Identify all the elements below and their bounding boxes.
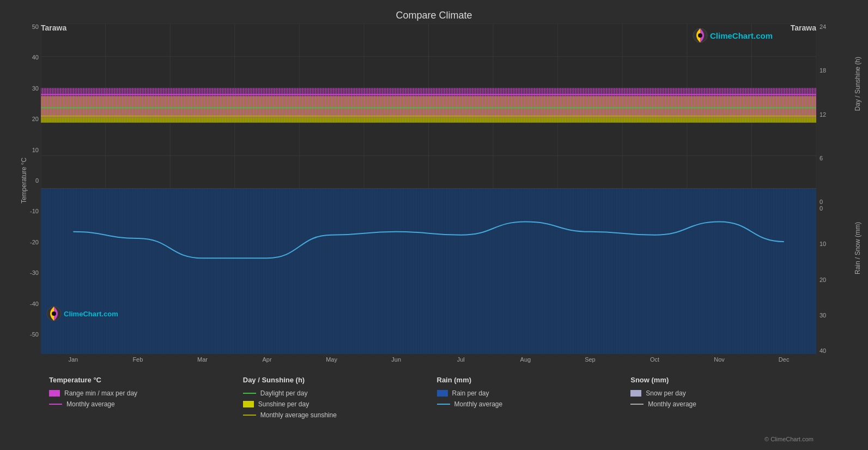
- legend-rain-avg-label: Monthly average: [454, 400, 503, 408]
- legend-snow-per-day: Snow per day: [630, 389, 824, 397]
- month-dec: Dec: [751, 354, 816, 370]
- legend-rain-label: Rain per day: [452, 389, 489, 397]
- y-right-12: 12: [820, 111, 857, 118]
- legend-sunshine-label: Sunshine per day: [258, 400, 309, 408]
- legend-temp-avg-label: Monthly average: [66, 400, 115, 408]
- legend-temperature: Temperature °C Range min / max per day M…: [49, 376, 243, 436]
- legend-snow-avg-label: Monthly average: [648, 400, 696, 408]
- sunshine-swatch: [243, 401, 254, 407]
- month-sep: Sep: [558, 354, 623, 370]
- legend-rain-per-day: Rain per day: [437, 389, 631, 397]
- legend-sunshine: Day / Sunshine (h) Daylight per day Suns…: [243, 376, 437, 436]
- legend-daylight-label: Daylight per day: [260, 389, 308, 397]
- rain-axis-label: Rain / Snow (mm): [854, 222, 861, 274]
- y-right-rain-30: 30: [820, 312, 857, 319]
- month-aug: Aug: [493, 354, 558, 370]
- snow-swatch: [630, 390, 641, 397]
- legend-area: Temperature °C Range min / max per day M…: [11, 370, 857, 436]
- y-right-rain-20: 20: [820, 277, 857, 283]
- month-apr: Apr: [235, 354, 300, 370]
- chart-title: Compare Climate: [11, 5, 857, 23]
- y-right-0-sunshine: 0: [820, 199, 857, 205]
- legend-rain-title: Rain (mm): [437, 376, 631, 384]
- legend-temp-range: Range min / max per day: [49, 389, 243, 397]
- month-feb: Feb: [106, 354, 171, 370]
- legend-temp-range-label: Range min / max per day: [64, 389, 137, 397]
- y-right-rain-40: 40: [820, 347, 857, 354]
- legend-temp-avg: Monthly average: [49, 400, 243, 408]
- month-jun: Jun: [364, 354, 429, 370]
- y-right-6: 6: [820, 155, 857, 161]
- legend-temp-title: Temperature °C: [49, 376, 243, 384]
- month-oct: Oct: [622, 354, 687, 370]
- legend-rain: Rain (mm) Rain per day Monthly average: [437, 376, 631, 436]
- month-may: May: [299, 354, 364, 370]
- month-nov: Nov: [687, 354, 752, 370]
- temp-range-swatch: [49, 390, 60, 397]
- month-jul: Jul: [428, 354, 493, 370]
- rain-swatch: [437, 390, 448, 397]
- month-axis: Jan Feb Mar Apr May Jun Jul Aug Sep Oct …: [41, 354, 816, 370]
- svg-point-1458: [52, 311, 56, 316]
- month-mar: Mar: [170, 354, 235, 370]
- legend-sunshine-per-day: Sunshine per day: [243, 400, 437, 408]
- sunshine-axis-label: Day / Sunshine (h): [854, 57, 861, 111]
- legend-sunshine-title: Day / Sunshine (h): [243, 376, 437, 384]
- logo-text-bottom: ClimeChart.com: [64, 310, 118, 318]
- month-jan: Jan: [41, 354, 106, 370]
- legend-sunshine-avg-label: Monthly average sunshine: [260, 411, 337, 419]
- legend-snow-per-day-label: Snow per day: [646, 389, 685, 397]
- svg-point-1456: [698, 33, 702, 38]
- logo-text-top: ClimeChart.com: [710, 31, 773, 40]
- legend-daylight: Daylight per day: [243, 389, 437, 397]
- legend-snow-avg: Monthly average: [630, 400, 824, 408]
- y-right-24: 24: [820, 23, 857, 30]
- sunshine-avg-line: [243, 415, 256, 416]
- location-label-left: Tarawa: [41, 23, 66, 32]
- daylight-line: [243, 393, 256, 394]
- y-right-rain-0: 0: [820, 205, 857, 212]
- location-label-right: Tarawa: [791, 23, 816, 32]
- rain-avg-line: [437, 404, 450, 405]
- legend-snow: Snow (mm) Snow per day Monthly average: [630, 376, 824, 436]
- snow-avg-line: [630, 404, 644, 405]
- legend-snow-title: Snow (mm): [630, 376, 824, 384]
- copyright: © ClimeChart.com: [11, 436, 857, 445]
- temp-axis-label: Temperature °C: [20, 158, 28, 203]
- logo-bottom-left: ClimeChart.com: [46, 306, 118, 321]
- y-right-18: 18: [820, 67, 857, 74]
- logo-top-right: ClimeChart.com: [693, 28, 773, 43]
- temp-avg-line: [49, 404, 62, 405]
- legend-rain-avg: Monthly average: [437, 400, 631, 408]
- y-right-rain-10: 10: [820, 241, 857, 247]
- legend-sunshine-avg: Monthly average sunshine: [243, 411, 437, 419]
